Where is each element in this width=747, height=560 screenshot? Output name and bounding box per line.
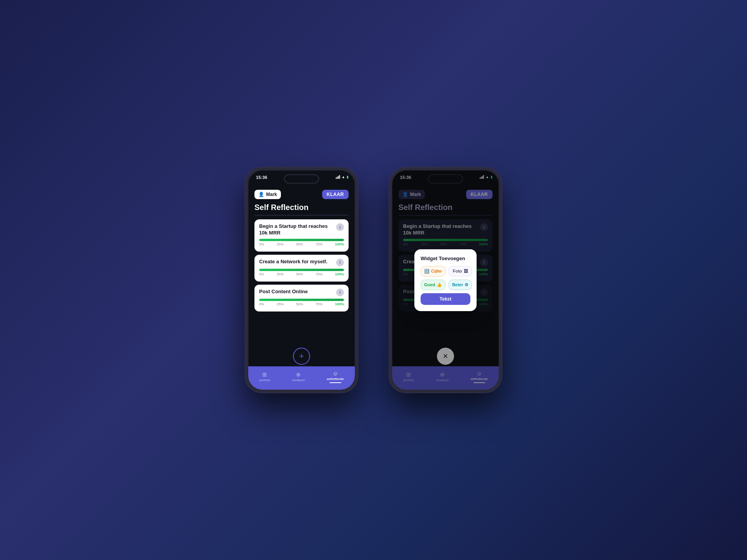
nav-item-portfolio-left[interactable]: ⊞ portfolio	[259, 371, 270, 382]
foto-icon: 🖼	[464, 269, 468, 273]
feedback-label-left: feedback	[292, 378, 305, 382]
widget-btn-foto[interactable]: Foto 🖼	[449, 266, 472, 276]
user-icon-left: 👤	[258, 192, 264, 197]
portfolio-icon-left: ⊞	[262, 371, 267, 378]
foto-label: Foto	[453, 269, 462, 273]
user-chip-left[interactable]: 👤 Mark	[254, 190, 281, 199]
phone-left: 15:36 ▲ ▮ 👤 Mark KLAAR Self Reflection	[245, 167, 358, 393]
info-btn-left-2[interactable]: i	[336, 259, 344, 266]
progress-left-1: 0% 25% 50% 75% 100%	[259, 239, 344, 246]
add-button-left[interactable]: +	[293, 348, 310, 365]
goal-card-left-3: Post Content Online i 0% 25% 50% 75% 100…	[254, 285, 349, 312]
widget-modal-title: Widget Toevoegen	[421, 256, 470, 261]
widget-btn-beter[interactable]: Beter ⚙	[449, 280, 472, 290]
bottom-nav-left: ⊞ portfolio ⊕ feedback ☺ zelfreflectie	[248, 366, 355, 390]
goal-title-left-3: Post Content Online	[259, 289, 333, 295]
feedback-icon-left: ⊕	[296, 371, 301, 378]
signal-icon-left	[336, 175, 340, 179]
klaar-button-left[interactable]: KLAAR	[322, 190, 349, 199]
goal-card-left-2: Create a Network for myself. i 0% 25% 50…	[254, 255, 349, 282]
wifi-icon-left: ▲	[342, 175, 345, 179]
zelfreflectie-icon-left: ☺	[333, 370, 338, 376]
app-content-left: 👤 Mark KLAAR Self Reflection Begin a Sta…	[248, 187, 355, 366]
cijfer-label: Cijfer	[431, 269, 442, 273]
cijfer-icon: 🔢	[424, 269, 430, 274]
modal-overlay-right: Widget Toevoegen 🔢 Cijfer Foto 🖼 Goed 👍 …	[392, 170, 499, 390]
status-time-left: 15:36	[256, 175, 267, 180]
page-title-left: Self Reflection	[248, 203, 355, 215]
goed-label: Goed	[424, 282, 435, 287]
beter-icon: ⚙	[465, 282, 468, 287]
nav-item-zelfreflectie-left[interactable]: ☺ zelfreflectie	[327, 370, 344, 383]
widget-grid: 🔢 Cijfer Foto 🖼 Goed 👍 Beter ⚙	[421, 266, 470, 290]
nav-underline-left	[330, 382, 341, 383]
progress-left-2: 0% 25% 50% 75% 100%	[259, 269, 344, 276]
user-name-left: Mark	[266, 192, 277, 197]
progress-left-3: 0% 25% 50% 75% 100%	[259, 299, 344, 306]
widget-modal: Widget Toevoegen 🔢 Cijfer Foto 🖼 Goed 👍 …	[414, 249, 477, 311]
widget-btn-cijfer[interactable]: 🔢 Cijfer	[421, 266, 445, 276]
app-header-left: 👤 Mark KLAAR	[248, 187, 355, 203]
beter-label: Beter	[452, 282, 463, 287]
widget-btn-goed[interactable]: Goed 👍	[421, 280, 445, 290]
info-btn-left-1[interactable]: i	[336, 223, 344, 231]
dynamic-island-left	[284, 174, 319, 184]
goal-card-left-1: Begin a Startup that reaches 10k MRR i 0…	[254, 219, 349, 252]
goed-icon: 👍	[437, 282, 442, 287]
battery-icon-left: ▮	[347, 175, 349, 179]
widget-btn-tekst[interactable]: Tekst	[421, 293, 470, 305]
goal-title-left-2: Create a Network for myself.	[259, 259, 333, 265]
status-icons-left: ▲ ▮	[336, 175, 349, 179]
nav-item-feedback-left[interactable]: ⊕ feedback	[292, 371, 305, 382]
cards-area-left: Begin a Startup that reaches 10k MRR i 0…	[248, 215, 355, 346]
phone-right: 15:36 ▲ ▮ 👤 Mark KLAAR Self Reflection	[389, 167, 502, 393]
zelfreflectie-label-left: zelfreflectie	[327, 377, 344, 381]
info-btn-left-3[interactable]: i	[336, 289, 344, 296]
portfolio-label-left: portfolio	[259, 378, 270, 382]
goal-title-left-1: Begin a Startup that reaches 10k MRR	[259, 223, 333, 236]
